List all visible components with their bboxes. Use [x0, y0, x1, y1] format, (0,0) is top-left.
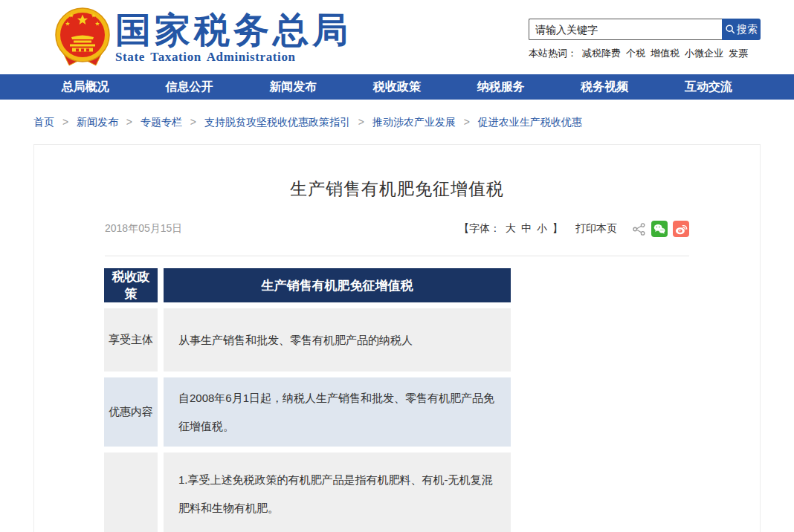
breadcrumb-link-rural-industry[interactable]: 推动涉农产业发展 [372, 116, 456, 128]
nav-item-tax-video[interactable]: 税务视频 [581, 80, 628, 95]
font-size-large-button[interactable]: 大 [506, 222, 516, 236]
breadcrumb-separator: > [190, 116, 196, 128]
hot-word-link[interactable]: 减税降费 [582, 48, 621, 59]
table-header-title: 生产销售有机肥免征增值税 [164, 268, 511, 302]
hot-words-label: 本站热词： [529, 48, 577, 59]
main-nav: 总局概况 信息公开 新闻发布 税收政策 纳税服务 税务视频 互动交流 [0, 74, 794, 100]
share-icon[interactable] [631, 221, 646, 237]
article-title: 生产销售有机肥免征增值税 [34, 178, 760, 201]
font-size-medium-button[interactable]: 中 [521, 222, 532, 236]
policy-table: 税收政策 生产销售有机肥免征增值税 享受主体 从事生产销售和批发、零售有机肥产品… [98, 262, 517, 532]
site-header: 国家税务总局 State Taxation Administration [0, 0, 794, 74]
weibo-share-icon[interactable] [673, 221, 689, 237]
nav-inner: 总局概况 信息公开 新闻发布 税收政策 纳税服务 税务视频 互动交流 [33, 74, 761, 100]
table-row-benefit-content: 优惠内容 自2008年6月1日起，纳税人生产销售和批发、零售有机肥产品免征增值税… [104, 377, 511, 447]
hot-word-link[interactable]: 小微企业 [685, 48, 723, 59]
breadcrumb-link-special-columns[interactable]: 专题专栏 [141, 116, 182, 128]
article-meta-row: 2018年05月15日 【字体： 大 中 小 】 打印本页 [105, 220, 689, 238]
site-title: 国家税务总局 [115, 12, 352, 49]
nav-item-taxpayer-services[interactable]: 纳税服务 [477, 80, 525, 95]
row-label: 优惠内容 [104, 377, 158, 447]
hot-word-link[interactable]: 个税 [626, 48, 645, 59]
row-content: 自2008年6月1日起，纳税人生产销售和批发、零售有机肥产品免征增值税。 [164, 377, 511, 447]
search-input[interactable] [529, 19, 722, 40]
breadcrumb-link-agriculture-tax-benefit[interactable]: 促进农业生产税收优惠 [478, 116, 582, 128]
breadcrumb: 首页 > 新闻发布 > 专题专栏 > 支持脱贫攻坚税收优惠政策指引 > 推动涉农… [33, 100, 761, 144]
font-size-label-close: 】 [552, 222, 563, 236]
print-page-button[interactable]: 打印本页 [575, 222, 617, 236]
search-button-label: 搜索 [737, 23, 758, 36]
hot-word-link[interactable]: 增值税 [651, 48, 680, 59]
breadcrumb-separator: > [358, 116, 364, 128]
search-icon [725, 24, 736, 35]
search-row: 搜索 [529, 19, 761, 40]
table-header-category: 税收政策 [104, 268, 158, 302]
row-content: 从事生产销售和批发、零售有机肥产品的纳税人 [164, 308, 511, 372]
table-row-beneficiary: 享受主体 从事生产销售和批发、零售有机肥产品的纳税人 [104, 308, 511, 372]
publish-date: 2018年05月15日 [105, 222, 182, 236]
header-inner: 国家税务总局 State Taxation Administration [33, 0, 761, 74]
brand-home-link[interactable]: 国家税务总局 State Taxation Administration [54, 5, 352, 71]
breadcrumb-link-home[interactable]: 首页 [33, 116, 54, 128]
page: 国家税务总局 State Taxation Administration [0, 0, 794, 532]
nav-item-interaction[interactable]: 互动交流 [685, 80, 732, 95]
site-subtitle: State Taxation Administration [115, 50, 352, 65]
row-label [104, 452, 158, 532]
nav-item-news[interactable]: 新闻发布 [269, 80, 317, 95]
breadcrumb-separator: > [126, 116, 132, 128]
article-card: 生产销售有机肥免征增值税 2018年05月15日 【字体： 大 中 小 】 打印… [33, 144, 761, 532]
table-row-conditions: 1.享受上述免税政策的有机肥产品是指有机肥料、有机-无机复混肥料和生物有机肥。 [104, 452, 511, 532]
nav-item-info-disclosure[interactable]: 信息公开 [166, 80, 213, 95]
national-emblem-icon [54, 5, 111, 71]
meta-divider [105, 256, 689, 256]
breadcrumb-link-news[interactable]: 新闻发布 [77, 116, 118, 128]
hot-words: 本站热词：减税降费个税增值税小微企业发票 [529, 47, 761, 60]
brand-text: 国家税务总局 State Taxation Administration [115, 12, 352, 65]
row-label: 享受主体 [104, 308, 158, 372]
nav-item-overview[interactable]: 总局概况 [62, 80, 109, 95]
policy-table-header-row: 税收政策 生产销售有机肥免征增值税 [104, 268, 511, 302]
article-tools: 【字体： 大 中 小 】 打印本页 [459, 221, 689, 237]
breadcrumb-separator: > [62, 116, 68, 128]
wechat-share-icon[interactable] [651, 221, 668, 237]
breadcrumb-separator: > [464, 116, 470, 128]
search-area: 搜索 本站热词：减税降费个税增值税小微企业发票 [529, 19, 761, 60]
hot-word-link[interactable]: 发票 [729, 48, 748, 59]
breadcrumb-link-poverty-tax-guide[interactable]: 支持脱贫攻坚税收优惠政策指引 [204, 116, 350, 128]
font-size-label-open: 【字体： [459, 222, 500, 236]
nav-item-tax-policy[interactable]: 税收政策 [373, 80, 421, 95]
font-size-small-button[interactable]: 小 [537, 222, 547, 236]
row-content: 1.享受上述免税政策的有机肥产品是指有机肥料、有机-无机复混肥料和生物有机肥。 [164, 452, 511, 532]
search-button[interactable]: 搜索 [722, 19, 761, 40]
